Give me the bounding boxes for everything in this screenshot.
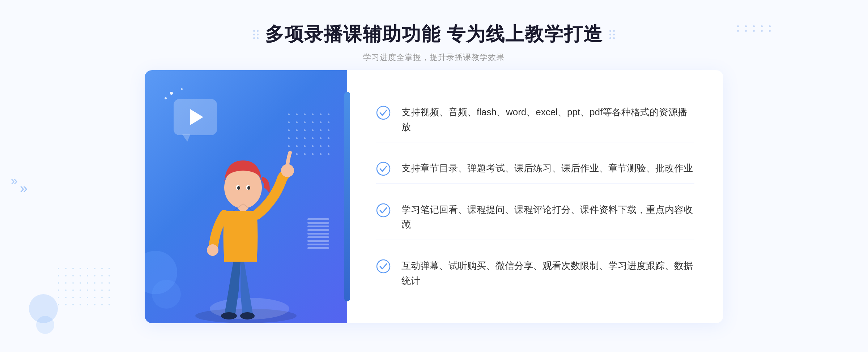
sparkle-1 [170, 92, 173, 95]
card-wrapper: 支持视频、音频、flash、word、excel、ppt、pdf等各种格式的资源… [145, 70, 723, 323]
svg-point-9 [247, 186, 250, 190]
svg-point-15 [377, 260, 390, 273]
deco-circle-small [152, 280, 181, 309]
check-icon-2 [376, 162, 391, 176]
title-row: 多项录播课辅助功能 专为线上教学打造 [253, 22, 615, 47]
feature-text-3: 学习笔记回看、课程提问、课程评论打分、课件资料下载，重点内容收藏 [401, 202, 694, 232]
feature-text-2: 支持章节目录、弹题考试、课后练习、课后作业、章节测验、批改作业 [401, 161, 693, 176]
illustration-panel [145, 70, 347, 323]
check-icon-1 [376, 106, 391, 120]
svg-point-12 [377, 106, 390, 119]
check-icon-4 [376, 259, 391, 274]
sparkle-2 [181, 88, 183, 90]
deco-dots-top-right [737, 25, 774, 32]
person-illustration [177, 121, 315, 323]
svg-point-2 [221, 312, 237, 319]
deco-circle-bottom-left-small [36, 316, 54, 334]
svg-point-13 [377, 162, 390, 175]
feature-item-1: 支持视频、音频、flash、word、excel、ppt、pdf等各种格式的资源… [376, 98, 694, 142]
chevron-left: » [20, 181, 27, 196]
deco-dot-grid-bottom-left [58, 268, 113, 309]
header-section: 多项录播课辅助功能 专为线上教学打造 学习进度全掌握，提升录播课教学效果 [253, 22, 615, 63]
accent-bar [344, 92, 350, 301]
svg-point-10 [281, 164, 294, 177]
title-deco-right [609, 30, 615, 39]
check-icon-3 [376, 203, 391, 218]
deco-arrows-left: » [11, 173, 18, 188]
page-container: » 多项录播课辅助功能 专为线上教学打造 [0, 0, 868, 352]
feature-item-2: 支持章节目录、弹题考试、课后练习、课后作业、章节测验、批改作业 [376, 154, 694, 184]
feature-item-3: 学习笔记回看、课程提问、课程评论打分、课件资料下载，重点内容收藏 [376, 195, 694, 240]
svg-point-3 [240, 312, 255, 319]
feature-text-1: 支持视频、音频、flash、word、excel、ppt、pdf等各种格式的资源… [401, 105, 694, 135]
main-title: 多项录播课辅助功能 专为线上教学打造 [265, 22, 603, 47]
page-subtitle: 学习进度全掌握，提升录播课教学效果 [253, 52, 615, 63]
feature-text-4: 互动弹幕、试听购买、微信分享、观看次数限制、学习进度跟踪、数据统计 [401, 258, 694, 288]
svg-point-11 [207, 244, 218, 256]
svg-point-14 [377, 204, 390, 217]
features-panel: 支持视频、音频、flash、word、excel、ppt、pdf等各种格式的资源… [347, 70, 723, 323]
feature-item-4: 互动弹幕、试听购买、微信分享、观看次数限制、学习进度跟踪、数据统计 [376, 251, 694, 296]
svg-point-8 [237, 186, 240, 190]
sparkle-3 [165, 97, 167, 99]
title-deco-left [253, 30, 259, 39]
